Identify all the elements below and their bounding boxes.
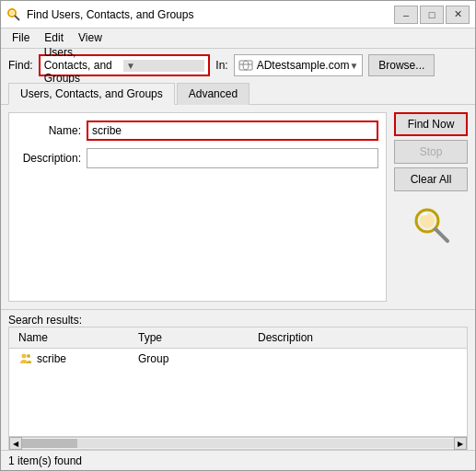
result-name-cell: scribe	[13, 350, 133, 367]
form-panel: Name: Description:	[8, 112, 387, 302]
domain-icon	[238, 58, 253, 73]
svg-line-8	[435, 229, 447, 241]
description-field-row: Description:	[17, 148, 378, 168]
results-section: Search results:	[1, 310, 475, 327]
tabs-area: Users, Contacts, and Groups Advanced	[1, 82, 475, 105]
group-icon	[18, 351, 33, 366]
results-table: Name Type Description scribe	[8, 327, 468, 437]
status-text: 1 item(s) found	[8, 454, 82, 467]
results-header: Name Type Description	[9, 327, 467, 349]
col-header-type[interactable]: Type	[133, 329, 252, 346]
status-bar: 1 item(s) found	[1, 450, 475, 470]
search-magnifier-icon	[409, 202, 453, 247]
name-field-row: Name:	[17, 121, 378, 141]
name-label: Name:	[17, 124, 81, 137]
close-button[interactable]: ✕	[446, 6, 470, 24]
button-panel: Find Now Stop Clear All	[394, 112, 468, 302]
group-icon-svg	[18, 351, 33, 366]
scroll-right-button[interactable]: ▶	[454, 437, 467, 450]
description-input[interactable]	[87, 148, 378, 168]
stop-button[interactable]: Stop	[394, 140, 468, 164]
content-area: Name: Description: Find Now Stop Clear A…	[1, 105, 475, 310]
in-label: In:	[215, 59, 227, 72]
find-row: Find: Users, Contacts, and Groups ▼ In: …	[1, 49, 475, 82]
col-header-description[interactable]: Description	[252, 329, 463, 346]
svg-point-2	[10, 11, 14, 15]
scroll-thumb[interactable]	[22, 439, 77, 448]
svg-rect-3	[239, 61, 252, 70]
find-type-dropdown[interactable]: Users, Contacts, and Groups ▼	[39, 54, 211, 76]
svg-point-9	[22, 354, 27, 359]
domain-dropdown[interactable]: ADtestsample.com ▼	[234, 54, 364, 76]
main-window: Find Users, Contacts, and Groups – □ ✕ F…	[0, 0, 476, 471]
minimize-button[interactable]: –	[394, 6, 418, 24]
title-bar-controls: – □ ✕	[394, 6, 470, 24]
result-type-cell: Group	[133, 351, 252, 366]
find-dropdown-arrow: ▼	[123, 60, 204, 72]
menu-edit[interactable]: Edit	[37, 30, 71, 46]
tab-users-contacts-groups[interactable]: Users, Contacts, and Groups	[8, 83, 175, 105]
menu-view[interactable]: View	[71, 30, 110, 46]
col-header-name[interactable]: Name	[13, 329, 133, 346]
window-title: Find Users, Contacts, and Groups	[27, 8, 394, 21]
find-now-button[interactable]: Find Now	[394, 112, 468, 136]
find-label: Find:	[8, 59, 33, 72]
window-icon	[6, 7, 21, 22]
results-body: scribe Group	[9, 349, 467, 369]
result-desc-cell	[252, 358, 463, 360]
svg-point-5	[243, 61, 249, 70]
scroll-left-button[interactable]: ◀	[9, 437, 22, 450]
scroll-track[interactable]	[22, 439, 454, 448]
svg-line-1	[15, 16, 19, 20]
menu-file[interactable]: File	[5, 30, 37, 46]
table-row[interactable]: scribe Group	[9, 349, 467, 369]
clear-all-button[interactable]: Clear All	[394, 167, 468, 191]
browse-button[interactable]: Browse...	[368, 54, 435, 76]
tab-advanced[interactable]: Advanced	[177, 83, 250, 105]
description-label: Description:	[17, 152, 81, 165]
svg-point-10	[27, 354, 30, 358]
domain-dropdown-arrow: ▼	[349, 61, 358, 71]
search-icon-decoration	[394, 202, 468, 247]
horizontal-scrollbar[interactable]: ◀ ▶	[8, 437, 468, 450]
name-input[interactable]	[87, 121, 378, 141]
maximize-button[interactable]: □	[420, 6, 444, 24]
title-bar: Find Users, Contacts, and Groups – □ ✕	[1, 1, 475, 29]
